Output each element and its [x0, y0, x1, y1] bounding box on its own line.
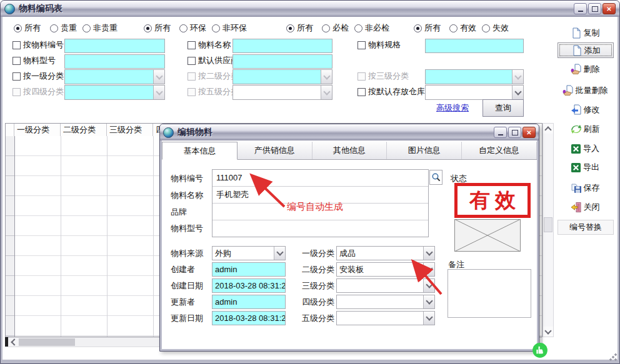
radio-icon[interactable]: [179, 24, 188, 32]
modify-button[interactable]: 修改: [554, 103, 616, 117]
radio-env[interactable]: 环保: [179, 23, 206, 33]
code-input[interactable]: 111007: [212, 170, 428, 187]
filter-check-spec[interactable]: 物料规格: [358, 40, 401, 50]
scroll-left-button[interactable]: [8, 338, 18, 347]
radio-icon[interactable]: [286, 24, 294, 32]
radio-icon[interactable]: [82, 24, 91, 32]
filter-cat1-dropdown[interactable]: [64, 69, 165, 84]
radio-not-env[interactable]: 非环保: [212, 23, 247, 33]
filter-name-input[interactable]: [232, 39, 332, 53]
dropdown-button[interactable]: [423, 295, 434, 308]
add-button[interactable]: 添加: [558, 42, 614, 58]
dropdown-button[interactable]: [423, 263, 434, 276]
radio-icon[interactable]: [482, 24, 490, 32]
refresh-button[interactable]: 刷新: [554, 122, 616, 136]
column-header[interactable]: 二级分类: [61, 124, 107, 136]
checkbox-icon[interactable]: [358, 41, 366, 49]
tab-custom-info[interactable]: 自定义信息: [462, 142, 537, 159]
save-button[interactable]: 保存: [554, 181, 616, 195]
tab-other-info[interactable]: 其他信息: [312, 142, 388, 159]
dropdown-button[interactable]: [274, 247, 285, 260]
radio-icon[interactable]: [354, 24, 362, 32]
radio-icon[interactable]: [414, 24, 422, 32]
dropdown-button[interactable]: [423, 279, 434, 292]
cat5-dropdown[interactable]: [336, 311, 435, 325]
radio-icon[interactable]: [50, 24, 58, 32]
radio-precious-all[interactable]: 所有: [14, 23, 41, 33]
column-header[interactable]: 一级分类: [14, 124, 61, 136]
filter-check-cat1[interactable]: 按一级分类: [12, 71, 64, 81]
export-button[interactable]: 导出: [554, 160, 616, 174]
filter-spec-input[interactable]: [425, 39, 524, 53]
checkbox-icon[interactable]: [12, 57, 21, 65]
checkbox-icon[interactable]: [188, 41, 196, 49]
scrollbar-thumb[interactable]: [544, 217, 552, 232]
batch-delete-button[interactable]: 批量删除: [554, 84, 616, 97]
radio-valid[interactable]: 有效: [449, 23, 476, 33]
tab-basic-info[interactable]: 基本信息: [162, 142, 238, 160]
checkbox-icon[interactable]: [12, 41, 21, 49]
radio-not-inspect[interactable]: 非必检: [354, 23, 389, 33]
radio-invalid[interactable]: 失效: [482, 23, 509, 33]
tab-picture-info[interactable]: 图片信息: [387, 142, 462, 159]
remark-textarea[interactable]: [448, 269, 531, 318]
dropdown-button[interactable]: [423, 312, 434, 325]
radio-icon[interactable]: [144, 24, 152, 32]
checkbox-icon[interactable]: [358, 88, 366, 96]
radio-not-precious[interactable]: 非贵重: [82, 23, 118, 33]
filter-warehouse-dropdown[interactable]: [425, 85, 524, 100]
dialog-maximize-button[interactable]: [508, 127, 521, 138]
splitter-handle[interactable]: [5, 337, 8, 347]
close-button[interactable]: ✕: [602, 3, 616, 14]
scroll-down-button[interactable]: [543, 327, 553, 337]
filter-supplier-input[interactable]: [232, 54, 332, 69]
delete-button[interactable]: 删除: [554, 62, 616, 76]
filter-code-input[interactable]: [64, 39, 165, 53]
import-button[interactable]: 导入: [554, 142, 616, 155]
radio-inspect[interactable]: 必检: [322, 23, 349, 33]
radio-inspect-all[interactable]: 所有: [286, 23, 313, 33]
filter-check-model[interactable]: 物料型号: [12, 56, 56, 66]
dropdown-button[interactable]: [153, 70, 164, 84]
copy-button[interactable]: 复制: [554, 26, 616, 40]
query-button[interactable]: 查询: [482, 99, 524, 117]
radio-icon[interactable]: [322, 24, 330, 32]
source-dropdown[interactable]: 外购: [212, 246, 286, 260]
scroll-up-button[interactable]: [543, 124, 553, 134]
radio-icon[interactable]: [14, 24, 22, 32]
dialog-minimize-button[interactable]: [494, 127, 507, 138]
cat3-dropdown[interactable]: [336, 278, 435, 293]
cat1-dropdown[interactable]: 成品: [336, 246, 435, 260]
checkbox-icon[interactable]: [188, 57, 196, 65]
minimize-button[interactable]: [574, 3, 587, 14]
filter-check-by-code[interactable]: 按物料编号: [12, 40, 64, 50]
tab-supply-info[interactable]: 产供销信息: [238, 142, 312, 159]
dropdown-button[interactable]: [423, 247, 434, 260]
radio-env-all[interactable]: 所有: [144, 23, 171, 33]
radio-precious[interactable]: 贵重: [50, 23, 77, 33]
scrollbar-thumb[interactable]: [19, 338, 75, 346]
maximize-button[interactable]: [588, 3, 601, 14]
column-header[interactable]: 三级分类: [107, 124, 153, 136]
cat2-dropdown[interactable]: 安装板: [336, 262, 435, 277]
dialog-close-button[interactable]: ✕: [522, 127, 536, 138]
filter-check-name[interactable]: 物料名称: [188, 40, 231, 50]
filter-check-warehouse[interactable]: 按默认存放仓库: [358, 87, 425, 97]
dialog-titlebar[interactable]: 编辑物料 ✕: [160, 124, 539, 140]
checkbox-icon[interactable]: [12, 72, 21, 81]
cat4-dropdown[interactable]: [336, 295, 435, 309]
dropdown-button[interactable]: [512, 86, 523, 99]
close-form-button[interactable]: 关闭: [554, 200, 616, 214]
radio-icon[interactable]: [212, 24, 220, 32]
radio-valid-all[interactable]: 所有: [414, 23, 441, 33]
radio-icon[interactable]: [449, 24, 458, 32]
replace-number-button[interactable]: 编号替换: [558, 220, 614, 235]
resize-grip[interactable]: [609, 353, 618, 362]
vertical-scrollbar[interactable]: [542, 123, 554, 337]
advanced-search-link[interactable]: 高级搜索: [436, 102, 469, 114]
main-titlebar[interactable]: 物料编码表 ✕: [1, 1, 619, 17]
filter-model-input[interactable]: [64, 54, 165, 69]
model-input[interactable]: [212, 220, 428, 237]
code-search-button[interactable]: [429, 170, 442, 185]
filter-check-supplier[interactable]: 默认供应商: [188, 56, 239, 66]
